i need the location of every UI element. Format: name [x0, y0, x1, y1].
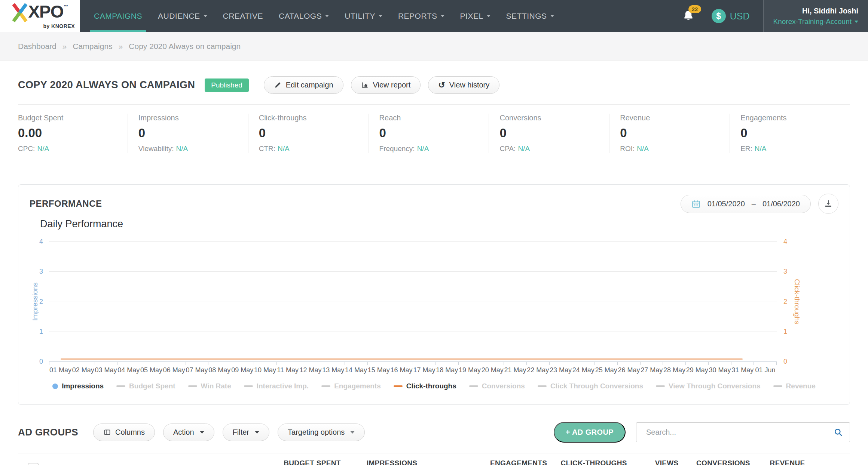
download-icon — [824, 199, 833, 208]
breadcrumb-separator: » — [62, 42, 67, 51]
download-chart-button[interactable] — [818, 194, 838, 214]
chart-title: Daily Performance — [40, 218, 123, 230]
legend-item-win-rate[interactable]: Win Rate — [188, 382, 231, 390]
legend-marker-dash — [656, 385, 665, 387]
legend-item-click-through-conversions[interactable]: Click Through Conversions — [538, 382, 643, 390]
breadcrumb-item-dashboard[interactable]: Dashboard — [18, 42, 56, 51]
add-ad-group-button[interactable]: + AD GROUP — [554, 422, 626, 443]
columns-button[interactable]: Columns — [93, 424, 155, 441]
view-history-button[interactable]: ↺ View history — [428, 76, 499, 94]
legend-item-budget-spent[interactable]: Budget Spent — [116, 382, 175, 390]
legend-item-interactive-imp[interactable]: Interactive Imp. — [244, 382, 309, 390]
column-header-budget-spent[interactable]: BUDGET SPENTCPM / CPC▲▼ — [279, 459, 351, 465]
search-icon[interactable] — [834, 428, 843, 437]
legend-item-click-throughs[interactable]: Click-throughs — [394, 382, 456, 390]
column-header-revenue[interactable]: REVENUEROI▲▼ — [760, 459, 815, 465]
x-axis-label-15-may: 15 May — [367, 366, 390, 374]
nav-item-label: CATALOGS — [279, 12, 322, 21]
user-menu[interactable]: Hi, Siddhi Joshi Knorex-Training-Account — [763, 0, 868, 32]
x-tick — [140, 361, 163, 365]
x-axis-ticks — [49, 361, 777, 365]
legend-item-revenue[interactable]: Revenue — [773, 382, 816, 390]
date-end: 01/06/2020 — [762, 200, 800, 208]
account-name: Knorex-Training-Account — [773, 18, 852, 26]
x-axis-label-21-may: 21 May — [504, 366, 527, 374]
legend-marker-dash — [469, 385, 478, 387]
nav-item-pixel[interactable]: PIXEL — [452, 0, 498, 32]
x-axis-label-24-may: 24 May — [572, 366, 595, 374]
y-axis-tick-left: 1 — [39, 327, 43, 335]
nav-item-settings[interactable]: SETTINGS — [498, 0, 562, 32]
stat-label: Revenue — [620, 114, 730, 122]
x-axis-label-16-may: 16 May — [390, 366, 413, 374]
legend-item-view-through-conversions[interactable]: View Through Conversions — [656, 382, 761, 390]
legend-marker-dash — [321, 385, 330, 387]
brand-byline: by KNOREX — [43, 23, 75, 29]
action-dropdown[interactable]: Action — [163, 424, 214, 441]
section-title-performance: PERFORMANCE — [30, 198, 102, 209]
nav-item-audience[interactable]: AUDIENCE — [150, 0, 215, 32]
x-tick — [72, 361, 95, 365]
stat-label: Impressions — [138, 114, 248, 122]
x-tick — [413, 361, 435, 365]
column-header-labels: CLICK-THROUGHSCTR — [560, 459, 627, 465]
column-header-engagements[interactable]: ENGAGEMENTSER▲▼ — [484, 459, 557, 465]
date-range-picker[interactable]: 01/05/2020 – 01/06/2020 — [681, 195, 811, 213]
stat-sub-label: CPA: — [499, 145, 516, 153]
legend-label: Interactive Imp. — [257, 382, 309, 390]
chevron-down-icon — [350, 431, 355, 434]
x-axis-label-26-may: 26 May — [618, 366, 641, 374]
nav-item-creative[interactable]: CREATIVE — [215, 0, 271, 32]
legend-marker-dash — [116, 385, 125, 387]
gridline-1 — [49, 332, 777, 332]
x-axis-labels: 01 May02 May03 May04 May05 May06 May07 M… — [49, 366, 777, 374]
x-axis-label-03-may: 03 May — [95, 366, 117, 374]
x-axis-label-09-may: 09 May — [231, 366, 254, 374]
targeting-options-dropdown[interactable]: Targeting options — [278, 424, 365, 441]
notifications-button[interactable]: 22 — [682, 0, 695, 32]
column-header-impressions[interactable]: IMPRESSIONSVIEWABILITY %▲▼ — [351, 459, 428, 465]
x-tick — [208, 361, 231, 365]
column-header-labels: ENGAGEMENTSER — [490, 459, 547, 465]
x-tick — [367, 361, 390, 365]
filter-dropdown[interactable]: Filter — [223, 424, 269, 441]
nav-item-reports[interactable]: REPORTS — [390, 0, 452, 32]
view-report-button[interactable]: View report — [351, 76, 421, 94]
stat-label: Click-throughs — [259, 114, 369, 122]
main-menu: CAMPAIGNSAUDIENCECREATIVECATALOGSUTILITY… — [80, 0, 562, 32]
legend-item-conversions[interactable]: Conversions — [469, 382, 525, 390]
notifications-badge: 22 — [688, 5, 702, 13]
y-axis-tick-right: 2 — [783, 298, 787, 305]
nav-item-catalogs[interactable]: CATALOGS — [271, 0, 337, 32]
breadcrumb-item-campaigns[interactable]: Campaigns — [73, 42, 112, 51]
chevron-down-icon — [204, 15, 207, 17]
x-axis-label-06-may: 06 May — [163, 366, 186, 374]
daily-performance-chart: Daily Performance Impressions Click-thro… — [30, 218, 838, 398]
legend-item-engagements[interactable]: Engagements — [321, 382, 381, 390]
x-axis-label-12-may: 12 May — [299, 366, 322, 374]
nav-item-utility[interactable]: UTILITY — [337, 0, 390, 32]
x-tick — [276, 361, 299, 365]
breadcrumb-item-copy-2020-always-on-campaign: Copy 2020 Always on campaign — [129, 42, 241, 51]
y-axis-tick-right: 0 — [783, 358, 787, 366]
column-header-click-throughs[interactable]: CLICK-THROUGHSCTR▲▼ — [557, 459, 637, 465]
gridline-4 — [49, 241, 777, 242]
x-tick — [117, 361, 140, 365]
column-header-views[interactable]: VIEWSVTR▲▼ — [637, 459, 689, 465]
legend-item-impressions[interactable]: Impressions — [52, 382, 104, 390]
x-axis-label-18-may: 18 May — [435, 366, 458, 374]
x-axis-label-01-may: 01 May — [49, 366, 72, 374]
nav-item-campaigns[interactable]: CAMPAIGNS — [86, 0, 150, 32]
legend-label: Click-throughs — [406, 382, 456, 390]
edit-campaign-button[interactable]: Edit campaign — [264, 76, 343, 94]
currency-selector[interactable]: $ USD — [712, 0, 750, 32]
column-header-conversions[interactable]: CONVERSIONSCPA▲▼ — [688, 459, 760, 465]
select-all-checkbox[interactable] — [28, 463, 39, 465]
brand-logo[interactable]: XPO ™ by KNOREX — [0, 0, 80, 32]
stat-value: 0 — [379, 126, 489, 140]
nav-item-label: CREATIVE — [223, 12, 263, 21]
stat-label: Budget Spent — [18, 114, 128, 122]
search-input[interactable] — [636, 422, 850, 442]
column-header-label: BUDGET SPENT — [284, 459, 340, 465]
stat-value: 0 — [740, 126, 850, 140]
